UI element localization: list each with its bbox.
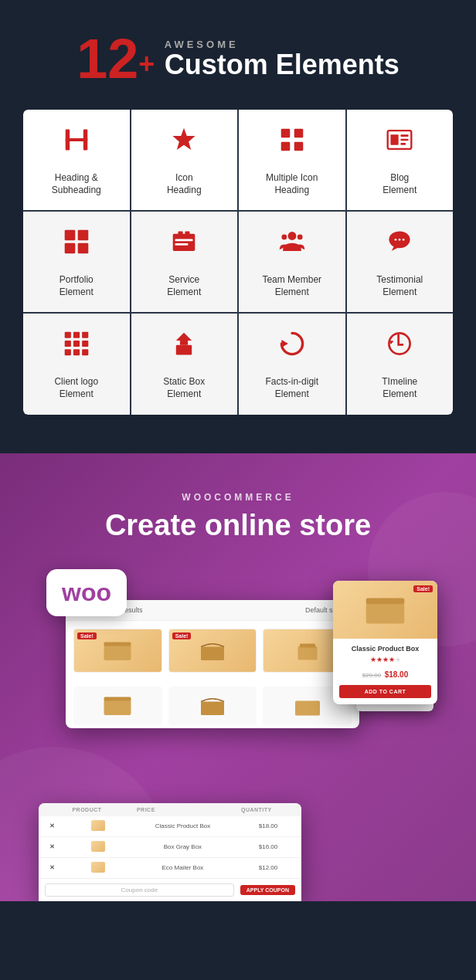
add-to-cart-button[interactable]: ADD TO CART (339, 685, 431, 698)
icon-heading-icon (171, 127, 197, 164)
woo-product-card-1[interactable]: Sale! (73, 629, 162, 673)
cart-item-price-3: $12.00 (235, 857, 301, 878)
woo-product-detail-card: Sale! Classic Product Box ★★★★★ $20.00 $… (333, 581, 437, 704)
grid-item-service[interactable]: ServiceElement (131, 212, 238, 312)
cart-item-price-2: $16.00 (235, 836, 301, 857)
cart-col-product (39, 803, 66, 816)
svg-rect-14 (77, 230, 88, 241)
svg-rect-20 (175, 239, 193, 242)
woo-cart-screen: PRODUCT PRICE QUANTITY ✕ Classic Product… (39, 803, 301, 901)
svg-rect-15 (64, 243, 75, 254)
client-logo-icon (63, 331, 90, 368)
svg-point-28 (403, 239, 405, 241)
custom-elements-label: Custom Elements (165, 51, 400, 79)
svg-rect-19 (185, 232, 190, 236)
woo-product-small-2[interactable] (168, 687, 257, 725)
grid-item-heading[interactable]: Heading &Subheading (23, 110, 130, 210)
grid-item-timeline[interactable]: TImelineElement (347, 314, 454, 414)
cart-item-name-2: Box Gray Box (131, 836, 235, 857)
cart-row-3: ✕ Eco Mailer Box $12.00 (39, 857, 301, 878)
icon-heading-label: IconHeading (167, 172, 202, 196)
grid-item-icon-heading[interactable]: IconHeading (131, 110, 238, 210)
svg-rect-54 (366, 602, 405, 623)
svg-rect-5 (294, 129, 303, 138)
svg-rect-9 (391, 134, 399, 145)
svg-rect-13 (64, 230, 75, 241)
woo-product-small-1[interactable] (73, 687, 162, 725)
elements-grid: Heading &Subheading IconHeading Multiple… (23, 110, 453, 415)
team-member-icon (279, 229, 305, 266)
grid-item-testimonial[interactable]: TestimonialElement (347, 212, 454, 312)
svg-point-26 (395, 239, 397, 241)
svg-rect-53 (295, 701, 320, 716)
heading-label: Heading &Subheading (52, 172, 101, 196)
cart-footer: Coupon code APPLY COUPON (39, 879, 301, 901)
woo-logo-text: woo (62, 578, 111, 606)
svg-marker-3 (173, 128, 196, 150)
cart-col-price: PRICE (131, 803, 235, 816)
svg-rect-40 (180, 341, 188, 345)
grid-item-portfolio[interactable]: PortfolioElement (23, 212, 130, 312)
number-block: 12+ (76, 31, 155, 86)
cart-row-2: ✕ Box Gray Box $16.00 (39, 836, 301, 857)
title-text-block: AWESOME Custom Elements (165, 39, 400, 79)
blog-icon (386, 127, 413, 164)
detail-price-old: $20.00 (362, 672, 381, 679)
svg-rect-4 (280, 129, 290, 138)
grid-item-multiple-icon-heading[interactable]: Multiple IconHeading (239, 110, 345, 210)
svg-rect-50 (104, 700, 131, 715)
cart-col-qty: QUANTITY (235, 803, 301, 816)
cart-item-name-3: Eco Mailer Box (131, 857, 235, 878)
woo-products-grid: Sale! Sale! (66, 621, 359, 680)
svg-marker-39 (176, 333, 192, 341)
static-box-label: Static BoxElement (163, 376, 205, 400)
grid-item-facts-in-digit[interactable]: Facts-in-digitElement (239, 314, 345, 414)
woo-cart-table: PRODUCT PRICE QUANTITY ✕ Classic Product… (39, 803, 301, 879)
svg-rect-7 (294, 142, 303, 151)
cart-remove-3[interactable]: ✕ (39, 857, 66, 878)
svg-rect-55 (366, 598, 405, 604)
woo-subtitle: WOOCOMMERCE (23, 492, 453, 503)
grid-item-client-logo[interactable]: Client logoElement (23, 314, 130, 414)
svg-rect-37 (82, 350, 88, 356)
woocommerce-section: WOOCOMMERCE Create online store woo Show… (0, 453, 476, 901)
svg-rect-16 (77, 243, 88, 254)
svg-rect-46 (104, 642, 131, 646)
woo-product-listing-screen: Showing all 11 results Default sorting S… (66, 600, 359, 728)
woo-product-card-2[interactable]: Sale! (168, 629, 257, 673)
apply-coupon-button[interactable]: APPLY COUPON (240, 885, 295, 895)
svg-rect-12 (401, 143, 406, 145)
svg-point-22 (287, 232, 296, 240)
product-badge-2: Sale! (172, 632, 192, 639)
detail-stars: ★★★★★ (339, 656, 431, 663)
svg-rect-33 (73, 341, 80, 347)
elements-number: 12 (76, 31, 138, 86)
grid-item-team-member[interactable]: Team MemberElement (239, 212, 345, 312)
svg-rect-17 (173, 234, 196, 251)
woo-screenshot: woo Showing all 11 results Default sorti… (23, 569, 453, 901)
cart-item-img-3 (66, 857, 130, 878)
blog-label: BlogElement (382, 172, 416, 196)
detail-card-badge: Sale! (413, 585, 433, 592)
facts-in-digit-icon (279, 331, 305, 368)
multiple-icon-heading-label: Multiple IconHeading (266, 172, 318, 196)
grid-item-static-box[interactable]: Static BoxElement (131, 314, 238, 414)
timeline-icon (386, 331, 413, 368)
svg-rect-10 (401, 134, 409, 137)
awesome-label: AWESOME (165, 39, 400, 49)
svg-rect-36 (73, 350, 80, 356)
coupon-input[interactable]: Coupon code (45, 883, 234, 897)
detail-card-info: Classic Product Box ★★★★★ $20.00 $18.00 … (333, 639, 437, 704)
custom-elements-section: 12+ AWESOME Custom Elements Heading &Sub… (0, 0, 476, 453)
grid-item-blog[interactable]: BlogElement (347, 110, 454, 210)
svg-rect-18 (178, 232, 183, 236)
static-box-icon (171, 331, 197, 368)
cart-col-product-label: PRODUCT (66, 803, 130, 816)
team-member-label: Team MemberElement (262, 274, 321, 298)
svg-rect-49 (300, 643, 315, 647)
portfolio-label: PortfolioElement (60, 274, 94, 298)
cart-remove-2[interactable]: ✕ (39, 836, 66, 857)
cart-row-1: ✕ Classic Product Box $18.00 (39, 816, 301, 837)
cart-remove-1[interactable]: ✕ (39, 816, 66, 837)
svg-rect-31 (82, 332, 88, 338)
